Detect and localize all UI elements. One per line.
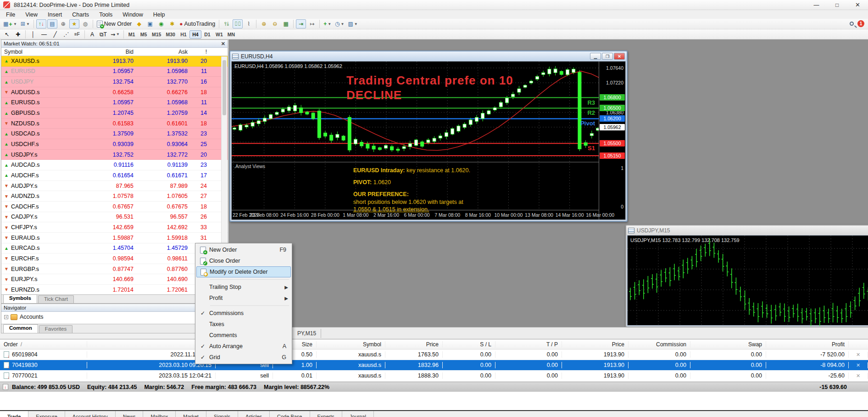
menu-item-grid[interactable]: ✓GridG: [196, 352, 291, 363]
market-watch-row[interactable]: ▲USDCAD.s1.375091.3753223: [1, 129, 228, 139]
auto-scroll-button[interactable]: ⇥: [296, 19, 306, 28]
order-row[interactable]: 650198042022.11.18 10:30.50xauusd.s1763.…: [0, 349, 868, 360]
chart-window-titlebar[interactable]: USDJPY,M15: [626, 225, 868, 235]
menu-file[interactable]: File: [1, 11, 20, 19]
market-watch-row[interactable]: ▲EURUSD1.059571.0596811: [1, 67, 228, 77]
options-button[interactable]: ✱: [167, 19, 177, 28]
column-order[interactable]: Order /: [0, 341, 87, 348]
market-watch-row[interactable]: ▲EURUSD.s1.059571.0596811: [1, 98, 228, 108]
chart-area-eurusd[interactable]: EURUSD,H4 1.05896 1.05989 1.05862 1.0596…: [231, 61, 626, 220]
strategy-tester-button[interactable]: ◍: [80, 19, 90, 28]
zoom-in-button[interactable]: ⊕: [259, 19, 269, 28]
menu-item-comments[interactable]: Comments: [196, 330, 291, 341]
market-watch-row[interactable]: ▼AUDJPY.s87.96587.98924: [1, 181, 228, 192]
close-icon[interactable]: ✕: [221, 41, 225, 47]
market-watch-row[interactable]: ▼EURJPY.s140.669140.690: [1, 274, 228, 285]
menu-help[interactable]: Help: [148, 11, 170, 19]
market-watch-row[interactable]: ▼AUDNZD.s1.075781.0760527: [1, 191, 228, 202]
market-watch-row[interactable]: ▲XAUUSD.s1913.701913.9020: [1, 56, 228, 67]
column-price[interactable]: Price: [562, 341, 629, 348]
autotrading-button[interactable]: ● AutoTrading: [178, 19, 217, 28]
market-watch-row[interactable]: ▲EURCAD.s1.457041.45729: [1, 243, 228, 254]
trendline-tool[interactable]: ╱: [50, 30, 60, 39]
window-restore-button[interactable]: ❒: [602, 53, 613, 60]
line-chart-button[interactable]: ⌇: [244, 19, 254, 28]
market-watch-row[interactable]: ▲AUDCHF.s0.616540.6167117: [1, 170, 228, 181]
maximize-button[interactable]: □: [827, 0, 847, 10]
chart-window-eurusd[interactable]: EURUSD,H4 ▁ ❒ ✕ EURUSD,H4 1.05896 1.0598…: [229, 51, 628, 222]
metaeditor-button[interactable]: ◆: [134, 19, 144, 28]
templates-button[interactable]: ▨▼: [347, 19, 359, 28]
order-row[interactable]: 704198302023.03.10 09:20:15sell1.00xauus…: [0, 360, 868, 371]
timeframe-mn[interactable]: MN: [225, 30, 237, 39]
column-swap[interactable]: Swap: [690, 341, 766, 348]
market-watch-row[interactable]: ▼EURCHF.s0.985940.98611: [1, 254, 228, 264]
market-watch-toggle[interactable]: ↑↓: [36, 19, 46, 28]
timeframe-h4[interactable]: H4: [189, 30, 201, 39]
arrows-tool[interactable]: ⇝▼: [109, 30, 121, 39]
tree-item-accounts[interactable]: Accounts: [20, 314, 43, 320]
bottom-tab-market[interactable]: Market: [176, 411, 206, 417]
new-chart-button[interactable]: ▦+▼: [2, 19, 18, 28]
text-label-tool[interactable]: ⧉T: [98, 30, 108, 39]
market-watch-row[interactable]: ▲USDJPY132.754132.77016: [1, 77, 228, 87]
market-watch-row[interactable]: ▼EURGBP.s0.877470.87760: [1, 264, 228, 275]
menu-item-modify-or-delete-order[interactable]: ✱Modify or Delete Order: [196, 266, 291, 277]
chart-window-usdjpy[interactable]: USDJPY,M15 USDJPY,M15 132.783 132.799 13…: [625, 225, 868, 327]
text-tool[interactable]: A: [87, 30, 97, 39]
menu-insert[interactable]: Insert: [43, 11, 67, 19]
menu-item-profit[interactable]: Profit▶: [196, 293, 291, 304]
menu-item-close-order[interactable]: ✓Close Order: [196, 255, 291, 266]
navigator-toggle[interactable]: ⊕: [58, 19, 68, 28]
market-watch-row[interactable]: ▼AUDUSD.s0.662580.6627618: [1, 87, 228, 98]
market-watch-row[interactable]: ▼CADCHF.s0.676570.6767518: [1, 202, 228, 212]
column-spread[interactable]: !: [190, 49, 210, 55]
column-price[interactable]: Price: [385, 341, 443, 348]
column-tp[interactable]: T / P: [495, 341, 562, 348]
bottom-tab-news[interactable]: News: [116, 411, 144, 417]
new-order-button[interactable]: + New Order: [95, 19, 133, 28]
market-watch-row[interactable]: ▲USDJPY.s132.752132.77220: [1, 150, 228, 160]
market-watch-row[interactable]: ▲USDCHF.s0.930390.9306425: [1, 139, 228, 150]
timeframe-d1[interactable]: D1: [201, 30, 213, 39]
close-button[interactable]: ✕: [847, 0, 868, 10]
timeframe-h1[interactable]: H1: [178, 30, 189, 39]
crosshair-tool[interactable]: ✚: [13, 30, 23, 39]
menu-tools[interactable]: Tools: [94, 11, 117, 19]
profiles-button[interactable]: ⊞▼: [19, 19, 31, 28]
chart-shift-button[interactable]: ↦: [307, 19, 317, 28]
bottom-tab-exposure[interactable]: Exposure: [28, 411, 65, 417]
vertical-line-tool[interactable]: │: [28, 30, 38, 39]
market-watch-titlebar[interactable]: Market Watch: 06:51:01 ✕: [1, 40, 228, 48]
order-row[interactable]: 707700212023.03.15 12:04:21sell0.01xauus…: [0, 371, 868, 381]
timeframe-w1[interactable]: W1: [213, 30, 225, 39]
menu-item-commissions[interactable]: ✓Commissions: [196, 308, 291, 319]
periods-button[interactable]: ◷▼: [334, 19, 345, 28]
column-bid[interactable]: Bid: [82, 49, 136, 55]
navigator-titlebar[interactable]: Navigator: [1, 304, 228, 312]
chart-window-titlebar[interactable]: EURUSD,H4 ▁ ❒ ✕: [230, 51, 627, 61]
menu-item-trailing-stop[interactable]: Trailing Stop▶: [196, 282, 291, 293]
indicators-button[interactable]: +▼: [322, 19, 333, 28]
fibonacci-tool[interactable]: ≡F: [72, 30, 82, 39]
market-watch-row[interactable]: ▲AUDCAD.s0.911160.9113923: [1, 160, 228, 170]
bar-chart-button[interactable]: ⫯⫰: [222, 19, 232, 28]
bottom-tab-code-base[interactable]: Code Base: [270, 411, 310, 417]
market-watch-row[interactable]: ▼NZDUSD.s0.615830.6160118: [1, 118, 228, 129]
tab-favorites[interactable]: Favorites: [39, 325, 72, 333]
market-watch-row[interactable]: ▼CHFJPY.s142.659142.69233: [1, 222, 228, 233]
tab-tick-chart[interactable]: Tick Chart: [38, 295, 74, 303]
market-watch-row[interactable]: ▼EURAUD.s1.598871.5991831: [1, 233, 228, 243]
menu-item-auto-arrange[interactable]: ✓Auto ArrangeA: [196, 341, 291, 352]
market-watch-row[interactable]: ▼EURNZD.s1.720141.72061: [1, 285, 228, 295]
signals-button[interactable]: ◉: [156, 19, 166, 28]
bottom-tab-articles[interactable]: Articles: [238, 411, 270, 417]
column-commission[interactable]: Commission: [629, 341, 690, 348]
column-ask[interactable]: Ask: [136, 49, 190, 55]
column-profit[interactable]: Profit: [766, 341, 849, 348]
window-close-button[interactable]: ✕: [614, 53, 625, 60]
timeframe-m5[interactable]: M5: [138, 30, 150, 39]
menu-window[interactable]: Window: [117, 11, 148, 19]
minimize-button[interactable]: —: [806, 0, 827, 10]
menu-charts[interactable]: Charts: [67, 11, 94, 19]
